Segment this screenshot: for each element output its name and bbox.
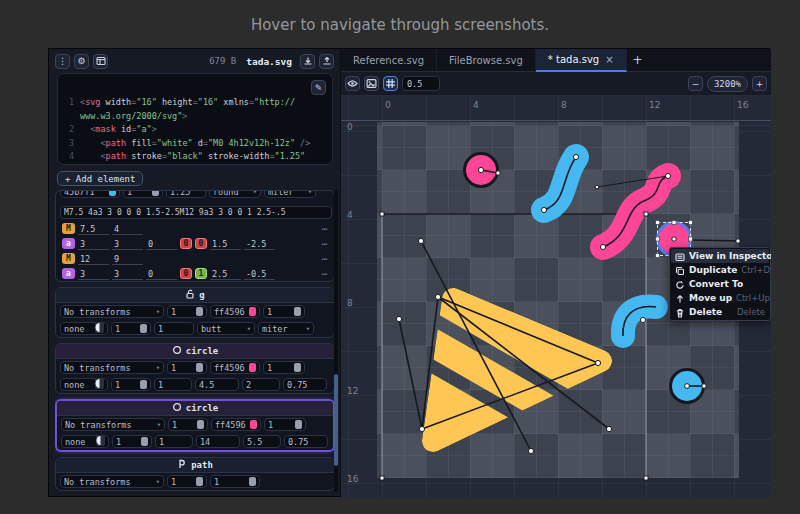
value-field[interactable]: 1 xyxy=(167,475,207,488)
path-command-row[interactable]: M7.54⋯ xyxy=(56,221,334,236)
value-field[interactable]: ff4596 xyxy=(210,361,260,374)
dropdown-field[interactable]: round▾ xyxy=(209,190,261,198)
command-badge[interactable]: M xyxy=(62,223,75,234)
canvas-viewport[interactable]: 04812160481216 xyxy=(341,96,771,498)
image-icon[interactable] xyxy=(364,76,379,91)
command-arg-field[interactable]: 3 xyxy=(112,268,143,280)
value-field[interactable]: ff4596 xyxy=(210,305,260,318)
value-field[interactable]: 1 xyxy=(210,475,260,488)
command-arg-field[interactable]: 12 xyxy=(78,253,109,265)
section-header[interactable]: circle xyxy=(57,401,333,416)
arc-flag-toggle[interactable]: 0 xyxy=(180,238,192,249)
kebab-menu-icon[interactable]: ⋮ xyxy=(55,54,70,69)
value-field[interactable]: 2 xyxy=(242,378,280,391)
path-command-row[interactable]: M129⋯ xyxy=(56,251,334,266)
command-arg-field[interactable]: 3 xyxy=(78,268,109,280)
zoom-level-label[interactable]: 3200% xyxy=(707,76,748,92)
value-field[interactable]: 1 xyxy=(111,378,151,391)
command-arg-field[interactable]: 4 xyxy=(112,223,143,235)
path-command-row[interactable]: a330001.5-2.5⋯ xyxy=(56,236,334,251)
value-field[interactable]: 1 xyxy=(168,418,208,431)
value-field[interactable]: ff4596 xyxy=(211,418,261,431)
section-header[interactable]: path xyxy=(56,458,334,473)
gear-icon[interactable]: ⚙ xyxy=(74,54,89,69)
command-arg-field[interactable]: 1.5 xyxy=(210,238,241,250)
command-arg-field[interactable]: 2.5 xyxy=(210,268,241,280)
dropdown-field[interactable]: No transforms▾ xyxy=(60,305,164,318)
command-arg-field[interactable]: 9 xyxy=(112,253,143,265)
value-field[interactable]: 1 xyxy=(263,361,305,374)
value-field[interactable]: 1 xyxy=(154,322,194,335)
value-field[interactable]: 0.75 xyxy=(283,378,327,391)
fill-none-field[interactable]: none xyxy=(60,322,108,335)
value-field[interactable]: 5.5 xyxy=(243,435,281,448)
row-menu-icon[interactable]: ⋯ xyxy=(322,239,328,249)
fill-none-field[interactable]: none xyxy=(60,378,108,391)
command-arg-field[interactable]: -0.5 xyxy=(244,268,275,280)
section-header[interactable]: circle xyxy=(56,344,334,359)
upload-icon[interactable] xyxy=(319,54,334,69)
element-section-path[interactable]: pathNo transforms▾11 xyxy=(55,457,335,491)
value-field[interactable]: 1.25 xyxy=(166,190,206,198)
path-command-row[interactable]: a330012.5-0.5⋯ xyxy=(56,266,334,281)
fill-none-field[interactable]: none xyxy=(61,435,109,448)
tab-reference-svg[interactable]: Reference.svg xyxy=(341,49,437,72)
value-field[interactable]: 1 xyxy=(111,322,151,335)
value-field[interactable]: 1 xyxy=(112,435,152,448)
dropdown-field[interactable]: No transforms▾ xyxy=(60,475,164,488)
element-section-circle1[interactable]: circleNo transforms▾1ff45961none114.520.… xyxy=(55,343,335,394)
tab-filebrowse-svg[interactable]: FileBrowse.svg xyxy=(437,49,536,72)
menu-item-delete[interactable]: DeleteDelete xyxy=(671,305,769,319)
command-arg-field[interactable]: -2.5 xyxy=(244,238,275,250)
command-arg-field[interactable]: 7.5 xyxy=(78,223,109,235)
row-menu-icon[interactable]: ⋯ xyxy=(322,224,328,234)
eye-icon[interactable] xyxy=(345,76,360,91)
arc-flag-toggle[interactable]: 0 xyxy=(180,268,192,279)
row-menu-icon[interactable]: ⋯ xyxy=(322,254,328,264)
command-arg-field[interactable]: 0 xyxy=(146,268,177,280)
tab--tada-svg[interactable]: * tada.svg× xyxy=(536,49,627,72)
edit-pencil-icon[interactable]: ✎ xyxy=(311,80,326,95)
add-element-button[interactable]: + Add element xyxy=(57,171,143,186)
close-icon[interactable]: × xyxy=(605,54,613,65)
command-badge[interactable]: a xyxy=(62,268,75,279)
download-icon[interactable] xyxy=(300,54,315,69)
command-arg-field[interactable]: 0 xyxy=(146,238,177,250)
value-field[interactable]: 1 xyxy=(264,418,306,431)
code-editor[interactable]: ✎ 1<svg width="16" height="16" xmlns="ht… xyxy=(57,73,333,165)
value-field[interactable]: 45b7f1 xyxy=(60,190,120,198)
command-badge[interactable]: M xyxy=(62,253,75,264)
command-arg-field[interactable]: 3 xyxy=(112,238,143,250)
dropdown-field[interactable]: miter▾ xyxy=(264,190,316,198)
menu-item-duplicate[interactable]: DuplicateCtrl+D xyxy=(671,263,769,277)
value-field[interactable]: 4.5 xyxy=(195,378,239,391)
party-cone-shape[interactable] xyxy=(433,299,601,441)
menu-item-view-in-inspector[interactable]: View in Inspector xyxy=(671,249,769,263)
command-badge[interactable]: a xyxy=(62,238,75,249)
cyan-arc-shape[interactable] xyxy=(623,307,656,336)
value-field[interactable]: 1 xyxy=(167,305,207,318)
props-scrollbar-thumb[interactable] xyxy=(334,374,338,466)
new-tab-button[interactable]: + xyxy=(627,49,649,71)
value-field[interactable]: 1 xyxy=(155,435,193,448)
value-field[interactable]: 0.75 xyxy=(284,435,328,448)
dropdown-field[interactable]: miter▾ xyxy=(258,322,314,335)
value-field[interactable]: 1 xyxy=(123,190,163,198)
dropdown-field[interactable]: No transforms▾ xyxy=(60,361,164,374)
layout-panel-icon[interactable] xyxy=(93,54,108,69)
menu-item-move-up[interactable]: Move upCtrl+Up xyxy=(671,291,769,305)
grid-toggle-icon[interactable] xyxy=(383,76,398,91)
dropdown-field[interactable]: No transforms▾ xyxy=(61,418,165,431)
grid-size-input[interactable] xyxy=(402,76,440,91)
command-arg-field[interactable]: 3 xyxy=(78,238,109,250)
value-field[interactable]: 1 xyxy=(167,361,207,374)
element-section-g[interactable]: gNo transforms▾1ff45961none11butt▾miter▾ xyxy=(55,287,335,338)
element-section-circle2[interactable]: circleNo transforms▾1ff45961none11145.50… xyxy=(55,399,335,452)
value-field[interactable]: 1 xyxy=(263,305,305,318)
zoom-out-button[interactable]: − xyxy=(688,76,703,91)
arc-flag-toggle[interactable]: 0 xyxy=(195,238,207,249)
row-menu-icon[interactable]: ⋯ xyxy=(322,269,328,279)
section-header[interactable]: g xyxy=(56,288,334,303)
arc-flag-toggle[interactable]: 1 xyxy=(195,268,207,279)
menu-item-convert-to[interactable]: Convert To xyxy=(671,277,769,291)
